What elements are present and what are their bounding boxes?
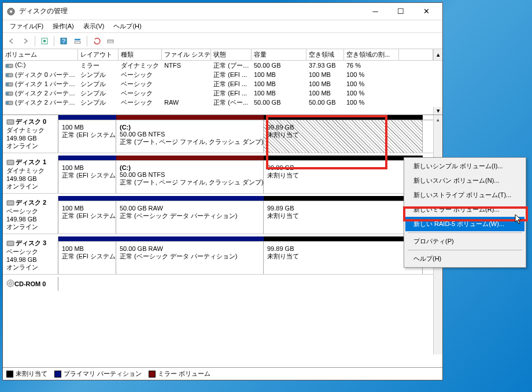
col-layout[interactable]: レイアウト xyxy=(78,49,119,60)
col-status[interactable]: 状態 xyxy=(211,49,252,60)
disk-icon xyxy=(6,199,14,207)
volume-type: ベーシック xyxy=(119,80,162,88)
partition-desc: 正常 (EFI システム / xyxy=(62,252,112,261)
menubar: ファイル(F) 操作(A) 表示(V) ヘルプ(H) xyxy=(3,20,442,33)
disk-info[interactable]: ディスク 2 ベーシック 149.98 GB オンライン xyxy=(3,196,58,234)
view-top-button[interactable] xyxy=(71,35,84,47)
partition[interactable]: 50.00 GB RAW正常 (ベーシック データ パーティション) xyxy=(116,201,264,234)
volume-row[interactable]: (ディスク 2 パーティシ... シンプル ベーシック RAW 正常 (ベー..… xyxy=(3,98,442,107)
svg-point-1 xyxy=(10,10,12,13)
volume-capacity: 50.00 GB xyxy=(252,99,306,106)
partition[interactable]: 100 MB正常 (EFI システム / xyxy=(58,201,116,234)
cdrom-label: CD-ROM 0 xyxy=(14,280,46,287)
partition[interactable]: 100 MB正常 (EFI システム / xyxy=(58,161,116,193)
disk-status: オンライン xyxy=(6,223,54,231)
partition-title: (C:) xyxy=(120,124,260,131)
partition[interactable]: 99.89 GB未割り当て xyxy=(264,120,423,153)
volume-fs: RAW xyxy=(162,99,211,106)
cdrom-row[interactable]: CD-ROM 0 xyxy=(3,277,442,291)
svg-rect-11 xyxy=(6,65,9,67)
minimize-button[interactable]: ─ xyxy=(363,3,388,20)
partition[interactable]: 100 MB正常 (EFI システム / xyxy=(58,242,116,274)
toolbar: ? xyxy=(3,33,442,49)
col-free[interactable]: 空き領域 xyxy=(306,49,344,60)
menu-view[interactable]: 表示(V) xyxy=(79,21,109,32)
disk-info[interactable]: ディスク 3 ベーシック 149.98 GB オンライン xyxy=(3,236,58,274)
refresh-button[interactable] xyxy=(90,35,103,47)
volume-row[interactable]: (ディスク 2 パーティシ... シンプル ベーシック 正常 (EFI ... … xyxy=(3,88,442,98)
back-button[interactable] xyxy=(5,35,18,47)
volume-status: 正常 (EFI ... xyxy=(211,89,252,98)
disk-management-window: ディスクの管理 ─ ☐ ✕ ファイル(F) 操作(A) 表示(V) ヘルプ(H)… xyxy=(2,2,443,380)
col-free-pct[interactable]: 空き領域の割... xyxy=(344,49,399,60)
partition[interactable]: 100 MB正常 (EFI システム / xyxy=(58,120,116,153)
menu-help[interactable]: ヘルプ(H) xyxy=(109,21,146,32)
partition-size: 50.00 GB RAW xyxy=(120,245,260,252)
menu-new-simple-volume[interactable]: 新しいシンプル ボリューム(I)... xyxy=(405,159,524,173)
disk-type: ダイナミック xyxy=(6,126,54,135)
menu-help[interactable]: ヘルプ(H) xyxy=(405,252,524,266)
partition-title: (C:) xyxy=(120,164,260,171)
svg-text:?: ? xyxy=(62,38,65,45)
disk-row: ディスク 2 ベーシック 149.98 GB オンライン100 MB正常 (EF… xyxy=(3,196,442,234)
partition[interactable]: (C:)50.00 GB NTFS正常 (ブート, ページ ファイル, クラッシ… xyxy=(116,120,264,153)
volume-layout: シンプル xyxy=(78,71,119,79)
menu-new-raid5-volume[interactable]: 新しい RAID-5 ボリューム(W)... xyxy=(405,217,524,231)
partition[interactable]: 50.00 GB RAW正常 (ベーシック データ パーティション) xyxy=(116,242,264,274)
help-button[interactable]: ? xyxy=(57,35,70,47)
volume-name: (ディスク 2 パーティシ... xyxy=(15,90,78,97)
partition-desc: 未割り当て xyxy=(267,131,419,139)
partition-size: 99.89 GB xyxy=(267,164,419,171)
menu-properties[interactable]: プロパティ(P) xyxy=(405,234,524,249)
partition-desc: 正常 (ブート, ページ ファイル, クラッシュ ダンプ) xyxy=(120,178,260,187)
scroll-down-icon[interactable]: ▾ xyxy=(433,107,442,114)
volume-capacity: 100 MB xyxy=(252,90,306,97)
menu-new-mirror-volume[interactable]: 新しいミラー ボリューム(R)... xyxy=(405,202,524,217)
partition[interactable]: 99.89 GB未割り当て xyxy=(264,161,423,193)
scroll-up-icon[interactable]: ▴ xyxy=(433,49,442,60)
disk-info[interactable]: ディスク 1 ダイナミック 149.98 GB オンライン xyxy=(3,156,58,193)
legend: 未割り当て プライマリ パーティション ミラー ボリューム xyxy=(3,367,442,380)
volume-row[interactable]: (ディスク 0 パーティシ... シンプル ベーシック 正常 (EFI ... … xyxy=(3,70,442,79)
disk-info[interactable]: ディスク 0 ダイナミック 149.98 GB オンライン xyxy=(3,115,58,153)
app-icon xyxy=(6,7,16,16)
show-hide-button[interactable] xyxy=(38,35,51,47)
volume-pct: 100 % xyxy=(344,90,399,97)
col-volume[interactable]: ボリューム xyxy=(3,49,78,60)
disk-name: ディスク 3 xyxy=(16,239,46,246)
menu-new-span-volume[interactable]: 新しいスパン ボリューム(N)... xyxy=(405,173,524,188)
close-button[interactable]: ✕ xyxy=(413,3,439,20)
menu-action[interactable]: 操作(A) xyxy=(48,21,79,32)
disk-size: 149.98 GB xyxy=(6,135,54,142)
col-capacity[interactable]: 容量 xyxy=(252,49,306,60)
volume-row[interactable]: (C:) ミラー ダイナミック NTFS 正常 (ブート... 50.00 GB… xyxy=(3,61,442,70)
volume-icon xyxy=(5,90,13,97)
volume-capacity: 100 MB xyxy=(252,80,306,87)
volume-free: 37.93 GB xyxy=(306,62,344,69)
col-type[interactable]: 種類 xyxy=(119,49,162,60)
disk-size: 149.98 GB xyxy=(6,216,54,223)
partition[interactable]: 99.89 GB未割り当て xyxy=(264,201,423,234)
partition-size: 99.89 GB xyxy=(267,245,419,252)
disk-type: ベーシック xyxy=(6,247,54,256)
volume-name: (ディスク 0 パーティシ... xyxy=(15,71,78,78)
volume-free: 100 MB xyxy=(306,80,344,87)
forward-button[interactable] xyxy=(19,35,32,47)
partition-size: 50.00 GB NTFS xyxy=(120,131,260,138)
volume-type: ベーシック xyxy=(119,71,162,79)
legend-primary-label: プライマリ パーティション xyxy=(64,369,142,378)
menu-new-stripe-volume[interactable]: 新しいストライプ ボリューム(T)... xyxy=(405,188,524,202)
legend-mirror-swatch xyxy=(149,371,156,378)
partition-size: 50.00 GB NTFS xyxy=(120,171,260,178)
rescan-button[interactable] xyxy=(104,35,117,47)
partition[interactable]: 99.89 GB未割り当て xyxy=(264,242,423,274)
maximize-button[interactable]: ☐ xyxy=(388,3,413,20)
volume-pct: 100 % xyxy=(344,71,399,78)
volume-row[interactable]: (ディスク 1 パーティシ... シンプル ベーシック 正常 (EFI ... … xyxy=(3,79,442,88)
partition[interactable]: (C:)50.00 GB NTFS正常 (ブート, ページ ファイル, クラッシ… xyxy=(116,161,264,193)
volume-pct: 100 % xyxy=(344,80,399,87)
partition-desc: 正常 (EFI システム / xyxy=(62,131,112,139)
col-filesystem[interactable]: ファイル システム xyxy=(162,49,211,60)
volume-free: 100 MB xyxy=(306,71,344,78)
menu-file[interactable]: ファイル(F) xyxy=(5,21,48,32)
